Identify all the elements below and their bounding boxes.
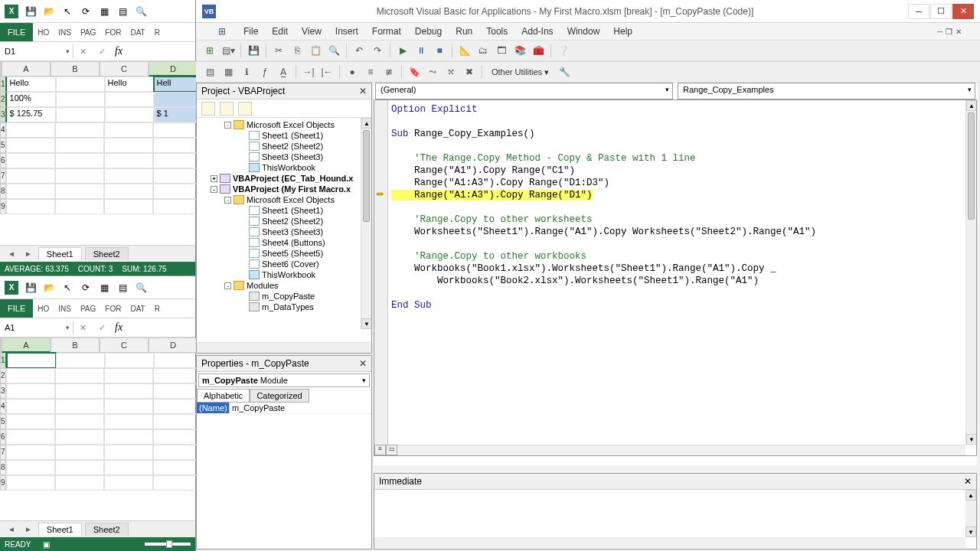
tree-item[interactable]: ThisWorkbook <box>200 269 368 280</box>
cell[interactable] <box>6 399 55 414</box>
object-browser-icon[interactable]: 📚 <box>512 43 528 58</box>
tree-item[interactable]: m_CopyPaste <box>200 291 368 302</box>
row-header[interactable]: 4 <box>0 399 6 414</box>
menu-help[interactable]: Help <box>613 26 632 37</box>
pointer-icon[interactable]: ↖ <box>61 5 74 18</box>
cell[interactable] <box>55 368 104 383</box>
project-tree[interactable]: -Microsoft Excel ObjectsSheet1 (Sheet1)S… <box>197 118 371 340</box>
cell[interactable] <box>55 460 104 475</box>
sheet-nav-next-icon[interactable]: ► <box>21 249 35 258</box>
zoom-icon[interactable]: 🔍 <box>135 282 147 294</box>
tools-icon[interactable]: 🔧 <box>557 64 572 80</box>
file-tab[interactable]: FILE <box>0 299 33 318</box>
cell[interactable] <box>154 92 203 107</box>
cell[interactable] <box>6 153 55 168</box>
cell[interactable] <box>104 199 153 214</box>
ribbon-tab[interactable]: R <box>150 24 165 41</box>
cell[interactable] <box>104 460 153 475</box>
full-module-view-icon[interactable]: ▭ <box>386 445 397 455</box>
vertical-scrollbar[interactable]: ▲▼ <box>965 100 976 445</box>
cell[interactable] <box>56 353 105 368</box>
cell[interactable] <box>55 153 104 168</box>
close-button[interactable]: ✕ <box>952 4 974 19</box>
complete-word-icon[interactable]: A̲ <box>276 64 291 80</box>
row-header[interactable]: 2 <box>0 368 6 383</box>
property-row[interactable]: (Name) m_CopyPaste <box>197 403 371 414</box>
tree-item[interactable]: m_DataTypes <box>200 302 368 312</box>
tree-item[interactable]: Sheet2 (Sheet2) <box>200 216 368 227</box>
cell[interactable] <box>6 414 55 429</box>
object-list-dropdown[interactable]: (General) <box>375 83 673 99</box>
tree-item[interactable]: -VBAProject (My First Macro.x <box>200 184 368 194</box>
break-icon[interactable]: ⏸ <box>413 43 429 58</box>
cell[interactable] <box>6 460 55 475</box>
pointer-icon[interactable]: ↖ <box>61 282 74 294</box>
cell[interactable] <box>105 353 154 368</box>
file-tab[interactable]: FILE <box>0 23 33 41</box>
cell-active[interactable] <box>7 353 56 368</box>
menu-tools[interactable]: Tools <box>486 26 508 37</box>
toolbox-icon[interactable]: 🧰 <box>531 43 546 58</box>
close-icon[interactable]: ✕ <box>359 86 367 96</box>
cell[interactable] <box>55 383 104 399</box>
column-header[interactable]: D <box>149 337 198 353</box>
mdi-minimize-icon[interactable]: ─ <box>937 28 942 36</box>
sheet-tab[interactable]: Sheet2 <box>85 523 129 536</box>
worksheet-grid[interactable]: A B C D 1HelloHelloHell 2100% 3$ 125.75$… <box>0 61 195 214</box>
tree-item[interactable]: -Microsoft Excel Objects <box>200 194 368 205</box>
row-header[interactable]: 1 <box>0 77 7 92</box>
ribbon-tab[interactable]: INS <box>54 24 76 41</box>
row-header[interactable]: 3 <box>0 383 6 399</box>
cell[interactable] <box>6 368 55 383</box>
cell[interactable] <box>154 353 203 368</box>
ribbon-tab[interactable]: DAT <box>126 301 149 317</box>
cell[interactable] <box>6 122 55 138</box>
column-header[interactable]: D <box>149 61 198 77</box>
other-utilities-dropdown[interactable]: Other Utilities ▾ <box>487 67 554 77</box>
menu-file[interactable]: File <box>243 26 258 37</box>
cell[interactable] <box>6 199 55 214</box>
row-header[interactable]: 2 <box>0 92 7 107</box>
cell[interactable] <box>104 445 153 460</box>
ribbon-tab[interactable]: FOR <box>100 301 126 317</box>
sheet-nav-prev-icon[interactable]: ◄ <box>5 525 18 533</box>
cell[interactable] <box>55 399 104 414</box>
comment-block-icon[interactable]: ≡ <box>363 64 378 80</box>
cell[interactable] <box>104 383 153 399</box>
view-object-icon[interactable] <box>220 102 234 116</box>
immediate-input[interactable]: ▲▼ <box>374 490 976 548</box>
find-icon[interactable]: 🔍 <box>326 43 341 58</box>
refresh-icon[interactable]: ⟳ <box>80 5 92 18</box>
list-properties-icon[interactable]: ▤ <box>202 64 217 80</box>
cell[interactable]: $ 1 <box>154 107 203 122</box>
uncomment-block-icon[interactable]: ≢ <box>381 64 397 80</box>
indent-icon[interactable]: →| <box>301 64 316 80</box>
tree-item[interactable]: Sheet1 (Sheet1) <box>200 205 368 216</box>
help-icon[interactable]: ❔ <box>556 43 571 58</box>
column-header[interactable]: A <box>2 337 51 353</box>
row-header[interactable]: 7 <box>0 445 6 460</box>
cell[interactable] <box>6 445 55 460</box>
menu-debug[interactable]: Debug <box>415 26 442 37</box>
cell-active[interactable]: Hell <box>154 77 203 92</box>
row-header[interactable]: 5 <box>0 138 6 153</box>
outdent-icon[interactable]: |← <box>319 64 335 80</box>
list-constants-icon[interactable]: ▦ <box>220 64 236 80</box>
sheet-nav-prev-icon[interactable]: ◄ <box>5 249 18 258</box>
fx-icon[interactable]: fx <box>112 321 126 334</box>
mdi-restore-icon[interactable]: ❐ <box>946 28 952 36</box>
cancel-icon[interactable]: ✕ <box>74 47 93 57</box>
bookmark-icon[interactable]: 🔖 <box>407 64 422 80</box>
name-box[interactable]: D1 <box>0 44 74 58</box>
cell[interactable] <box>153 414 202 429</box>
parameter-info-icon[interactable]: ƒ <box>257 64 273 80</box>
tree-item[interactable]: Sheet6 (Cover) <box>200 259 368 269</box>
name-box[interactable]: A1 <box>0 321 74 334</box>
cell[interactable] <box>55 184 104 199</box>
worksheet-grid[interactable]: A B C D 1 2 3 4 5 6 7 8 9 <box>0 337 195 491</box>
filter-icon[interactable]: ▤ <box>116 282 129 294</box>
cell[interactable] <box>104 399 153 414</box>
menu-window[interactable]: Window <box>567 26 600 37</box>
menu-addins[interactable]: Add-Ins <box>521 26 553 37</box>
sheet-tab-active[interactable]: Sheet1 <box>38 247 82 260</box>
